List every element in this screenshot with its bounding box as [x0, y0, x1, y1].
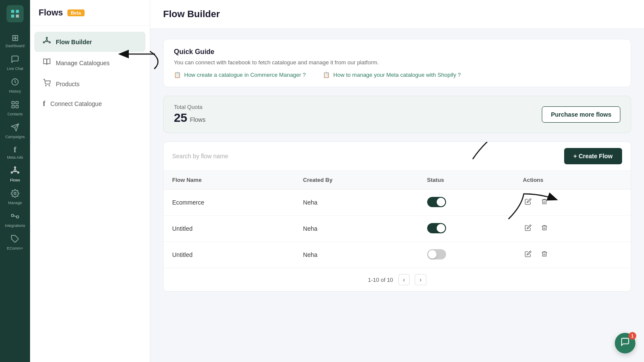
edit-button[interactable]	[523, 196, 533, 208]
svg-point-12	[14, 167, 15, 168]
meta-ads-label: Meta Ads	[7, 155, 23, 160]
campaigns-label: Campaigns	[5, 135, 25, 139]
purchase-more-flows-button[interactable]: Purchase more flows	[542, 106, 620, 123]
quick-guide-title: Quick Guide	[174, 48, 620, 56]
page-title: Flow Builder	[163, 9, 631, 20]
svg-point-25	[49, 42, 50, 43]
quick-guide-card: Quick Guide You can connect with faceboo…	[163, 39, 631, 87]
history-label: History	[9, 89, 21, 94]
quota-info: Total Quota 25 Flows	[174, 104, 206, 125]
flow-table: Flow Name Created By Status Actions Ecom…	[164, 171, 631, 268]
sidebar-title: Flows	[39, 8, 63, 18]
chat-bubble[interactable]: 1	[615, 333, 635, 353]
flow-name-cell: Ecommerce	[164, 190, 295, 216]
svg-rect-5	[12, 102, 15, 104]
col-status: Status	[419, 171, 514, 190]
sidebar-item-ecomm[interactable]: EComm+	[0, 230, 30, 253]
svg-point-18	[14, 193, 16, 195]
sidebar-item-integrations[interactable]: Integrations	[0, 208, 30, 230]
pagination-text: 1-10 of 10	[368, 277, 393, 283]
connect-catalogue-icon: f	[43, 100, 45, 108]
icon-bar: ⊞ Dashboard Live Chat History Contacts C…	[0, 0, 30, 362]
svg-rect-3	[16, 15, 19, 18]
sidebar-item-manage[interactable]: Manage	[0, 185, 30, 208]
sidebar-item-flow-builder[interactable]: Flow Builder	[34, 32, 146, 52]
edit-button[interactable]	[523, 249, 533, 261]
ecomm-icon	[11, 235, 19, 244]
chat-badge: 1	[629, 332, 636, 340]
svg-point-30	[46, 85, 46, 86]
quick-guide-description: You can connect with facebook to fetch c…	[174, 59, 620, 66]
create-flow-button[interactable]: + Create Flow	[564, 148, 622, 164]
svg-rect-19	[12, 214, 14, 217]
app-logo[interactable]	[6, 5, 24, 22]
guide-link-2-text: How to manage your Meta catalogue with S…	[333, 72, 461, 78]
prev-page-button[interactable]: ‹	[398, 274, 410, 285]
sidebar-item-manage-catalogues[interactable]: Manage Catalogues	[34, 53, 146, 73]
sidebar-item-livechat[interactable]: Live Chat	[0, 51, 30, 73]
svg-rect-6	[16, 102, 18, 104]
main-header: Flow Builder	[150, 0, 644, 29]
search-input[interactable]	[172, 153, 564, 160]
quota-number: 25	[174, 111, 187, 125]
svg-point-31	[49, 85, 50, 86]
flows-label: Flows	[10, 178, 20, 182]
svg-line-16	[15, 171, 18, 172]
flows-icon	[11, 166, 19, 176]
col-created-by: Created By	[295, 171, 419, 190]
main-content: Flow Builder Quick Guide You can connect…	[150, 0, 644, 362]
guide-link-1[interactable]: 📋 How create a catalogue in Commerce Man…	[174, 72, 306, 78]
guide-link-2-icon: 📋	[323, 72, 330, 78]
status-cell	[419, 242, 514, 268]
sidebar-item-contacts[interactable]: Contacts	[0, 96, 30, 119]
flow-builder-label: Flow Builder	[56, 39, 92, 45]
delete-button[interactable]	[539, 223, 550, 235]
next-page-button[interactable]: ›	[415, 274, 426, 285]
svg-line-21	[14, 215, 17, 217]
dashboard-icon: ⊞	[12, 33, 19, 42]
svg-point-24	[46, 37, 48, 39]
table-row: Untitled Neha	[164, 242, 631, 268]
chat-bubble-icon	[620, 337, 630, 349]
ecomm-label: EComm+	[7, 246, 23, 250]
svg-rect-7	[12, 106, 15, 108]
sidebar-item-history[interactable]: History	[0, 73, 30, 96]
status-toggle[interactable]	[427, 249, 446, 259]
pagination: 1-10 of 10 ‹ ›	[164, 268, 631, 291]
status-cell	[419, 190, 514, 216]
svg-rect-1	[16, 10, 19, 13]
sidebar-item-connect-catalogue[interactable]: f Connect Catalogue	[34, 95, 146, 113]
svg-rect-20	[16, 216, 18, 218]
delete-button[interactable]	[539, 249, 550, 261]
flow-name-cell: Untitled	[164, 242, 295, 268]
guide-link-1-icon: 📋	[174, 72, 181, 78]
products-icon	[43, 79, 51, 89]
status-toggle[interactable]	[427, 197, 446, 207]
created-by-cell: Neha	[295, 216, 419, 242]
quota-section: Total Quota 25 Flows Purchase more flows	[163, 96, 631, 133]
status-toggle[interactable]	[427, 223, 446, 233]
sidebar-item-meta-ads[interactable]: f Meta Ads	[0, 142, 30, 162]
svg-point-26	[43, 42, 45, 43]
sidebar-item-campaigns[interactable]: Campaigns	[0, 119, 30, 142]
guide-link-2[interactable]: 📋 How to manage your Meta catalogue with…	[323, 72, 461, 78]
sidebar-item-dashboard[interactable]: ⊞ Dashboard	[0, 29, 30, 51]
delete-button[interactable]	[539, 196, 550, 208]
sidebar-item-products[interactable]: Products	[34, 74, 146, 94]
sidebar-item-flows[interactable]: Flows	[0, 162, 30, 185]
sidebar-header: Flows Beta	[30, 0, 150, 26]
svg-rect-8	[16, 106, 18, 108]
sidebar-menu: Flow Builder Manage Catalogues Products …	[30, 26, 150, 119]
edit-button[interactable]	[523, 223, 533, 235]
actions-cell	[514, 216, 631, 242]
flow-table-section: + Create Flow Flow Name Created By Statu…	[163, 142, 631, 292]
table-row: Untitled Neha	[164, 216, 631, 242]
beta-badge: Beta	[67, 9, 85, 16]
livechat-icon	[11, 55, 19, 65]
integrations-icon	[11, 212, 19, 222]
search-bar: + Create Flow	[164, 142, 631, 171]
manage-icon	[11, 189, 19, 199]
table-header-row: Flow Name Created By Status Actions	[164, 171, 631, 190]
manage-label: Manage	[8, 201, 22, 205]
connect-catalogue-label: Connect Catalogue	[50, 100, 102, 107]
